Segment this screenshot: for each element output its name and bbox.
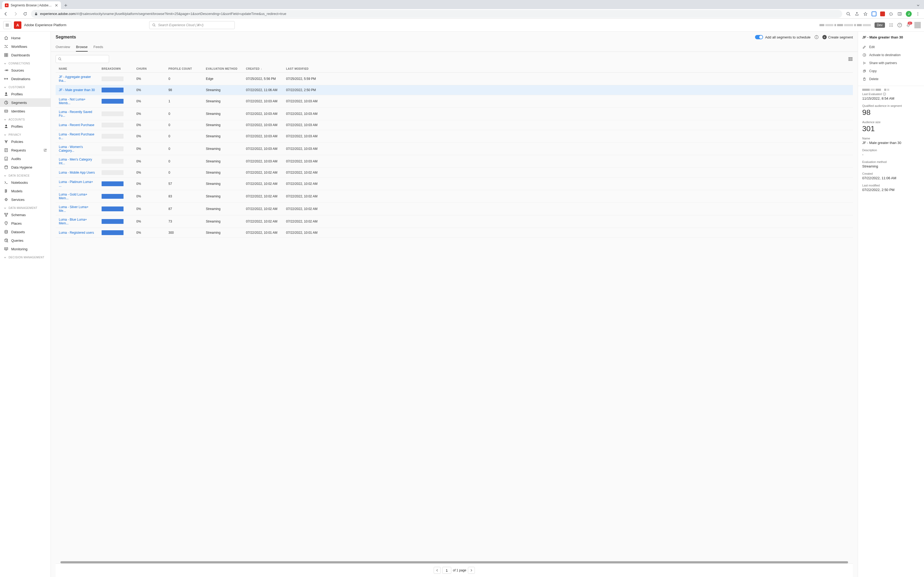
bell-icon[interactable]: 9+ — [906, 23, 911, 27]
segment-name-link[interactable]: Luma - Women's Category... — [59, 145, 83, 153]
segment-name-link[interactable]: JF - Aggregate greater tha... — [59, 75, 91, 82]
window-icon[interactable] — [897, 11, 902, 16]
segment-name-link[interactable]: Luma - Recent Purchase o... — [59, 132, 94, 140]
reload-button[interactable] — [21, 10, 29, 18]
next-page-button[interactable] — [468, 567, 475, 574]
add-all-toggle[interactable] — [755, 35, 763, 39]
table-row[interactable]: Luma - Recently Saved Fo... 0% 0 Streami… — [56, 108, 853, 120]
forward-button[interactable] — [12, 10, 19, 18]
page-input[interactable] — [442, 567, 451, 574]
sidebar-item-requests[interactable]: Requests — [0, 146, 50, 155]
sidebar-item-identities[interactable]: Identities — [0, 107, 50, 115]
sidebar-item-sources[interactable]: Sources — [0, 66, 50, 74]
table-row[interactable]: JF - Aggregate greater tha... 0% 0 Edge … — [56, 73, 853, 85]
col-breakdown[interactable]: BREAKDOWN — [99, 65, 133, 73]
back-button[interactable] — [2, 10, 10, 18]
col-profile-count[interactable]: PROFILE COUNT — [165, 65, 203, 73]
sidebar-group-privacy[interactable]: PRIVACY — [0, 131, 50, 137]
sidebar-item-workflows[interactable]: Workflows — [0, 42, 50, 51]
segment-name-link[interactable]: Luma - Recent Purchase — [59, 123, 94, 127]
detail-action-copy[interactable]: Copy — [862, 67, 920, 75]
tabs-overflow-button[interactable] — [914, 2, 922, 9]
sidebar-item-profiles[interactable]: Profiles — [0, 122, 50, 131]
table-row[interactable]: Luma - Mobile App Users 0% 0 Streaming 0… — [56, 168, 853, 177]
sidebar-item-policies[interactable]: Policies — [0, 137, 50, 146]
sidebar-group-customer[interactable]: CUSTOMER — [0, 83, 50, 90]
segment-name-link[interactable]: Luma - Gold Luma+ Mem... — [59, 193, 87, 200]
sidebar-item-notebooks[interactable]: Notebooks — [0, 178, 50, 187]
zoom-icon[interactable] — [846, 11, 851, 16]
segment-name-link[interactable]: Luma - Platinum Luma+ ... — [59, 180, 93, 187]
user-avatar[interactable] — [914, 22, 921, 28]
sidebar-group-data-management[interactable]: DATA MANAGEMENT — [0, 204, 50, 211]
table-row[interactable]: Luma - Women's Category... 0% 0 Streamin… — [56, 143, 853, 155]
info-icon[interactable] — [883, 92, 886, 96]
sidebar-item-segments[interactable]: Segments — [0, 98, 50, 107]
help-icon[interactable]: ? — [897, 23, 902, 27]
table-row[interactable]: Luma - Platinum Luma+ ... 0% 57 Streamin… — [56, 177, 853, 190]
table-row[interactable]: Luma - Registered users 0% 300 Streaming… — [56, 228, 853, 238]
browser-tab[interactable]: A Segments Browse | Adobe Exp — [2, 2, 61, 9]
segment-name-link[interactable]: Luma - Not Luma+ Memb... — [59, 97, 86, 105]
sidebar-item-profiles[interactable]: Profiles — [0, 90, 50, 98]
prev-page-button[interactable] — [434, 567, 441, 574]
org-switcher-redacted[interactable] — [819, 24, 871, 26]
sidebar-group-data-science[interactable]: DATA SCIENCE — [0, 171, 50, 178]
sidebar-item-schemas[interactable]: Schemas — [0, 211, 50, 219]
table-row[interactable]: Luma - Silver Luma+ Me... 0% 87 Streamin… — [56, 203, 853, 215]
segment-name-link[interactable]: Luma - Registered users — [59, 231, 94, 235]
close-icon[interactable] — [55, 3, 58, 7]
sidebar-item-audits[interactable]: Audits — [0, 155, 50, 163]
sidebar-item-dashboards[interactable]: Dashboards — [0, 51, 50, 59]
col-created[interactable]: CREATED↓ — [243, 65, 283, 73]
menu-icon[interactable] — [916, 11, 920, 16]
tab-overview[interactable]: Overview — [56, 43, 70, 52]
sidebar-item-monitoring[interactable]: Monitoring — [0, 245, 50, 253]
table-row[interactable]: Luma - Gold Luma+ Mem... 0% 83 Streaming… — [56, 190, 853, 203]
info-icon[interactable] — [814, 35, 819, 39]
hamburger-button[interactable] — [3, 21, 11, 29]
col-name[interactable]: NAME — [56, 65, 99, 73]
sidebar-group-decision-management[interactable]: DECISION MANAGEMENT — [0, 253, 50, 260]
detail-action-share-with-partners[interactable]: Share with partners — [862, 59, 920, 67]
profile-avatar[interactable]: J — [906, 11, 912, 17]
segment-name-link[interactable]: Luma - Mobile App Users — [59, 171, 95, 174]
segment-name-link[interactable]: Luma - Blue Luma+ Mem... — [59, 218, 87, 225]
tab-browse[interactable]: Browse — [76, 43, 87, 52]
sidebar-item-models[interactable]: Models — [0, 187, 50, 195]
detail-action-activate-to-destination[interactable]: Activate to destination — [862, 51, 920, 59]
sidebar-item-queries[interactable]: Queries — [0, 236, 50, 245]
global-search[interactable]: Search Experience Cloud (⌘+/) — [149, 21, 235, 29]
segment-name-link[interactable]: JF - Male greater than 30 — [59, 88, 95, 92]
table-row[interactable]: Luma - Recent Purchase 0% 0 Streaming 07… — [56, 120, 853, 130]
column-settings-icon[interactable] — [848, 56, 853, 61]
horizontal-scrollbar[interactable] — [60, 561, 848, 563]
table-row[interactable]: Luma - Not Luma+ Memb... 0% 1 Streaming … — [56, 95, 853, 108]
col-modified[interactable]: LAST MODIFIED — [283, 65, 853, 73]
share-icon[interactable] — [855, 11, 859, 16]
segment-name-link[interactable]: Luma - Silver Luma+ Me... — [59, 205, 89, 213]
extension-icon-1[interactable] — [872, 11, 876, 16]
table-row[interactable]: Luma - Men's Category Int... 0% 0 Stream… — [56, 155, 853, 168]
col-churn[interactable]: CHURN — [133, 65, 165, 73]
sidebar-item-places[interactable]: Places — [0, 219, 50, 227]
url-input[interactable]: experience.adobe.com/#/@salesvelocity/sn… — [31, 10, 842, 18]
segment-name-link[interactable]: Luma - Recently Saved Fo... — [59, 110, 92, 118]
apps-icon[interactable] — [889, 23, 893, 27]
sidebar-group-accounts[interactable]: ACCOUNTS — [0, 115, 50, 122]
table-row[interactable]: Luma - Recent Purchase o... 0% 0 Streami… — [56, 130, 853, 143]
detail-action-delete[interactable]: Delete — [862, 75, 920, 83]
create-segment-button[interactable]: + Create segment — [822, 35, 853, 39]
sidebar-item-services[interactable]: Services — [0, 195, 50, 204]
tab-feeds[interactable]: Feeds — [94, 43, 103, 52]
extension-icon-2[interactable] — [880, 11, 885, 16]
sidebar-item-destinations[interactable]: Destinations — [0, 74, 50, 83]
segment-name-link[interactable]: Luma - Men's Category Int... — [59, 158, 92, 165]
detail-action-edit[interactable]: Edit — [862, 43, 920, 51]
sidebar-item-datasets[interactable]: Datasets — [0, 227, 50, 236]
sidebar-item-home[interactable]: Home — [0, 34, 50, 42]
col-eval-method[interactable]: EVALUATION METHOD — [203, 65, 243, 73]
new-tab-button[interactable] — [62, 2, 69, 9]
table-search-input[interactable] — [56, 55, 109, 63]
star-icon[interactable] — [863, 11, 868, 16]
